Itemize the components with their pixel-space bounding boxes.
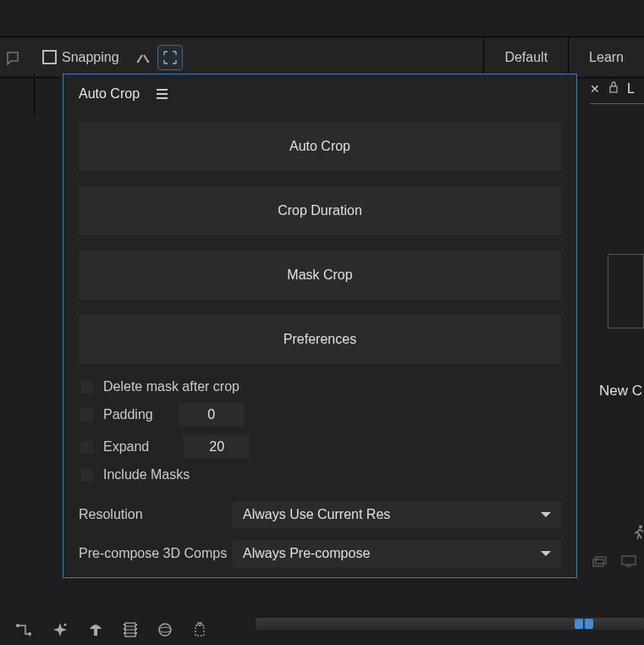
resolution-label: Resolution: [79, 507, 233, 522]
precompose-label: Pre-compose 3D Comps: [79, 546, 233, 561]
bottom-timeline-toolbar: [0, 618, 644, 645]
workspace-tab-default[interactable]: Default: [483, 37, 568, 77]
svg-rect-5: [596, 557, 606, 564]
right-tab-letter: L: [627, 81, 635, 96]
padding-input[interactable]: 0: [179, 403, 245, 427]
svg-rect-18: [124, 632, 125, 634]
svg-rect-20: [135, 628, 137, 630]
svg-rect-16: [124, 624, 125, 626]
resolution-dropdown[interactable]: Always Use Current Res: [233, 501, 561, 528]
svg-point-1: [146, 60, 148, 62]
svg-rect-19: [135, 624, 137, 626]
panel-title: Auto Crop: [79, 86, 140, 102]
lock-icon[interactable]: [608, 81, 619, 96]
auto-crop-button[interactable]: Auto Crop: [79, 122, 561, 171]
square-icon: [42, 50, 57, 64]
auto-crop-panel: Auto Crop Auto Crop Crop Duration Mask C…: [63, 74, 577, 578]
delete-mask-label: Delete mask after crop: [103, 379, 239, 394]
sphere-icon[interactable]: [157, 622, 173, 641]
selection-tool-icon[interactable]: [2, 45, 27, 70]
workspace-tab-learn[interactable]: Learn: [568, 37, 644, 77]
sparkle-icon[interactable]: [52, 622, 68, 641]
new-comp-text[interactable]: New C: [599, 383, 642, 400]
expand-label: Expand: [103, 439, 149, 455]
svg-point-8: [16, 624, 19, 627]
expand-checkbox[interactable]: [80, 441, 93, 454]
svg-rect-6: [622, 556, 636, 565]
delete-mask-checkbox[interactable]: [80, 381, 93, 394]
preferences-button[interactable]: Preferences: [79, 315, 561, 364]
chevron-down-icon: [541, 551, 551, 556]
film-icon[interactable]: [124, 622, 137, 641]
top-toolbar: Snapping Default Learn: [0, 37, 644, 78]
layers-icon[interactable]: [592, 555, 608, 571]
svg-point-23: [159, 627, 171, 632]
svg-point-0: [136, 60, 138, 62]
include-masks-label: Include Masks: [103, 467, 190, 482]
monitor-icon[interactable]: [621, 555, 636, 571]
timeline-marker[interactable]: [575, 619, 583, 629]
crop-duration-button[interactable]: Crop Duration: [79, 186, 561, 235]
snap-to-edges-icon[interactable]: [158, 46, 182, 69]
marker-icon[interactable]: [193, 622, 206, 641]
chevron-down-icon: [541, 512, 551, 517]
svg-rect-17: [124, 628, 125, 630]
svg-rect-4: [593, 560, 603, 566]
collapse-transforms-icon[interactable]: [131, 46, 155, 69]
mushroom-icon[interactable]: [88, 622, 103, 641]
svg-point-22: [159, 624, 171, 636]
padding-checkbox[interactable]: [80, 409, 93, 422]
flow-icon[interactable]: [15, 623, 32, 640]
close-icon[interactable]: ✕: [590, 82, 600, 96]
snapping-toggle[interactable]: Snapping: [37, 50, 124, 65]
snapping-label: Snapping: [62, 50, 119, 65]
right-panel-tab-strip: ✕ L: [590, 78, 644, 104]
svg-point-9: [28, 632, 31, 636]
svg-rect-21: [135, 632, 137, 634]
mask-crop-button[interactable]: Mask Crop: [79, 251, 561, 300]
app-titlebar: [0, 0, 644, 37]
svg-rect-11: [94, 629, 97, 636]
padding-label: Padding: [103, 407, 153, 422]
svg-point-3: [639, 526, 642, 529]
precompose-dropdown[interactable]: Always Pre-compose: [233, 540, 561, 567]
timeline-ruler[interactable]: [256, 618, 644, 630]
svg-point-10: [64, 624, 67, 626]
running-man-icon[interactable]: [633, 525, 644, 543]
include-masks-checkbox[interactable]: [80, 469, 93, 482]
timeline-marker[interactable]: [585, 619, 593, 629]
svg-rect-24: [195, 626, 204, 636]
right-preview-box: [608, 254, 644, 328]
expand-input[interactable]: 20: [184, 435, 250, 459]
svg-rect-2: [610, 86, 617, 92]
panel-menu-icon[interactable]: [157, 89, 168, 99]
